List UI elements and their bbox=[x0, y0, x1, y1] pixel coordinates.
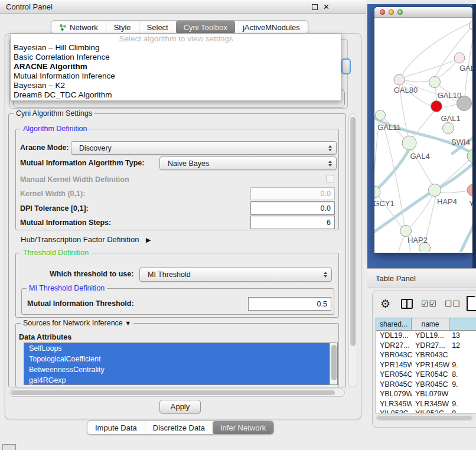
node-gal1[interactable] bbox=[431, 101, 442, 112]
cell[interactable]: YBL079W bbox=[376, 390, 412, 398]
cell[interactable]: YIL052C bbox=[412, 409, 449, 413]
table-row[interactable]: YPR145W YPR145W 9. bbox=[376, 360, 476, 370]
gear-icon[interactable]: ⚙ bbox=[380, 297, 390, 311]
kernel-width-field[interactable]: 0.0 bbox=[250, 187, 335, 200]
which-threshold-select[interactable]: MI Threshold bbox=[139, 268, 332, 282]
apply-button[interactable]: Apply bbox=[159, 400, 201, 413]
network-window-titlebar[interactable] bbox=[374, 7, 472, 18]
dropdown-item-dream8[interactable]: Dream8 DC_TDC Algorithm bbox=[11, 90, 341, 100]
cell[interactable]: YDR27... bbox=[376, 341, 412, 350]
node-unlabeled-mid[interactable] bbox=[443, 123, 454, 134]
cell[interactable]: YPR145W bbox=[376, 361, 412, 369]
table-row[interactable]: YBR045C YBR045C 9. bbox=[376, 380, 476, 390]
cell[interactable]: YDL19... bbox=[376, 331, 412, 340]
manual-kernel-checkbox[interactable] bbox=[326, 175, 334, 183]
node-gal10[interactable] bbox=[429, 77, 441, 88]
dropdown-item-bayesian-k2[interactable]: Bayesian – K2 bbox=[11, 81, 341, 90]
mi-threshold-field[interactable]: 0.5 bbox=[248, 297, 331, 311]
triangle-right-icon[interactable]: ▶ bbox=[146, 236, 151, 243]
attribute-item-selfloops[interactable]: SelfLoops bbox=[24, 343, 337, 354]
mi-type-select[interactable]: Naive Bayes bbox=[159, 156, 337, 170]
mi-steps-field[interactable]: 6 bbox=[250, 216, 335, 229]
column-header-partial[interactable] bbox=[449, 318, 476, 331]
cell[interactable]: YBL079W bbox=[412, 390, 449, 398]
close-traffic-light-icon[interactable] bbox=[380, 9, 385, 15]
select-all-checkboxes-icon[interactable]: ☑☑ bbox=[421, 299, 437, 308]
cell[interactable]: 9. bbox=[449, 380, 476, 389]
cell[interactable]: YPR145W bbox=[412, 361, 449, 369]
network-graph: GAL GAL80 GAL10 GAL1 GAL11 GAL4 SWI4 GCY… bbox=[374, 18, 472, 252]
triangle-down-icon[interactable]: ▼ bbox=[125, 319, 131, 327]
node-gal4[interactable] bbox=[402, 136, 416, 150]
cell[interactable]: YER054C bbox=[412, 370, 449, 379]
table-row[interactable]: YDR27... YDR27... 12 bbox=[376, 341, 476, 351]
table-row[interactable]: YLR345W YLR345W 9. bbox=[376, 399, 476, 409]
tab-network[interactable]: Network bbox=[51, 21, 106, 34]
node-salmon-partial[interactable] bbox=[467, 184, 472, 196]
table-horizontal-scrollbar[interactable] bbox=[376, 415, 474, 421]
zoom-traffic-light-icon[interactable] bbox=[397, 9, 403, 15]
cell[interactable]: 9. bbox=[449, 409, 476, 413]
cell[interactable]: YLR345W bbox=[376, 400, 412, 408]
aracne-mode-select[interactable]: Discovery bbox=[71, 141, 337, 155]
sources-legend[interactable]: Sources for Network Inference ▼ bbox=[21, 319, 133, 328]
node-hap2[interactable] bbox=[400, 226, 412, 237]
tab-jactivemnodules[interactable]: jActiveMNodules bbox=[235, 21, 308, 34]
dropdown-item-bayesian-hill-climbing[interactable]: Bayesian – Hill Climbing bbox=[11, 43, 341, 53]
node-gal80[interactable] bbox=[394, 74, 405, 85]
deselect-all-checkboxes-icon[interactable]: ☐☐ bbox=[445, 299, 461, 308]
tab-select[interactable]: Select bbox=[139, 21, 176, 34]
table-row[interactable]: YDL19... YDL19... 13 bbox=[376, 331, 476, 341]
column-header-shared[interactable]: shared... bbox=[376, 318, 412, 331]
cell[interactable]: 12 bbox=[449, 341, 476, 350]
cell[interactable]: YBR043C bbox=[412, 351, 449, 359]
dropdown-item-basic-correlation[interactable]: Basic Correlation Inference bbox=[11, 53, 341, 62]
tab-style[interactable]: Style bbox=[106, 21, 139, 34]
cell[interactable]: YLR345W bbox=[412, 400, 449, 408]
cell[interactable]: 9. bbox=[449, 400, 476, 408]
dpi-tolerance-field[interactable]: 0.0 bbox=[250, 201, 335, 215]
node-gal11[interactable] bbox=[376, 110, 386, 120]
dropdown-item-aracne[interactable]: ARACNE Algorithm bbox=[11, 62, 341, 71]
split-columns-icon[interactable] bbox=[401, 299, 413, 309]
table-row[interactable]: YIL052C YIL052C 9. bbox=[376, 409, 476, 413]
cell[interactable]: 9. bbox=[449, 361, 476, 369]
column-header-name[interactable]: name bbox=[412, 318, 449, 331]
attribute-item-betweennesscentrality[interactable]: BetweennessCentrality bbox=[24, 364, 337, 375]
focused-combo-button-partial[interactable] bbox=[341, 58, 351, 74]
settings-horizontal-scrollbar[interactable] bbox=[9, 389, 345, 397]
cell[interactable]: YDL19... bbox=[412, 331, 449, 340]
dropdown-item-mutual-information[interactable]: Mutual Information Inference bbox=[11, 71, 341, 81]
collapsed-panel-button[interactable] bbox=[2, 444, 16, 450]
cell[interactable]: YBR043C bbox=[376, 351, 412, 359]
tab-discretize-data[interactable]: Discretize Data bbox=[145, 421, 213, 434]
which-threshold-value: MI Threshold bbox=[148, 270, 191, 279]
attribute-item-topologicalcoefficient[interactable]: TopologicalCoefficient bbox=[24, 354, 337, 364]
minimize-traffic-light-icon[interactable] bbox=[389, 9, 394, 15]
cell[interactable]: YBR045C bbox=[412, 380, 449, 389]
table-row[interactable]: YER054C YER054C 8. bbox=[376, 370, 476, 380]
tab-cyni-toolbox[interactable]: Cyni Toolbox bbox=[176, 21, 235, 34]
tab-infer-network[interactable]: Infer Network bbox=[213, 421, 273, 434]
table-row[interactable]: YBL079W YBL079W bbox=[376, 389, 476, 399]
cell[interactable]: 13 bbox=[449, 331, 476, 340]
cell[interactable]: 8. bbox=[449, 370, 476, 379]
attributes-list-scrollbar[interactable] bbox=[330, 343, 337, 384]
tab-impute-data[interactable]: Impute Data bbox=[87, 421, 145, 434]
node-unlabeled-top[interactable] bbox=[470, 19, 472, 31]
cell[interactable]: YBR045C bbox=[376, 380, 412, 389]
document-icon[interactable] bbox=[467, 296, 476, 311]
settings-vertical-scrollbar[interactable] bbox=[348, 113, 357, 387]
table-row[interactable]: YBR043C YBR043C bbox=[376, 350, 476, 360]
cell[interactable]: YIL052C bbox=[376, 409, 412, 413]
network-canvas[interactable]: GAL GAL80 GAL10 GAL1 GAL11 GAL4 SWI4 GCY… bbox=[374, 18, 472, 252]
close-icon[interactable]: ✕ bbox=[323, 4, 330, 11]
hub-factor-label[interactable]: Hub/Transcription Factor Definition ▶ bbox=[21, 233, 151, 246]
float-window-icon[interactable] bbox=[312, 4, 318, 10]
node-hap4[interactable] bbox=[429, 184, 441, 197]
node-gal-partial[interactable] bbox=[454, 53, 465, 63]
cell[interactable]: YDR27... bbox=[412, 341, 449, 350]
cell[interactable]: YER054C bbox=[376, 370, 412, 379]
attribute-item-gal4rgexp[interactable]: gal4RGexp bbox=[24, 375, 337, 385]
network-view-window[interactable]: GAL GAL80 GAL10 GAL1 GAL11 GAL4 SWI4 GCY… bbox=[374, 7, 472, 253]
